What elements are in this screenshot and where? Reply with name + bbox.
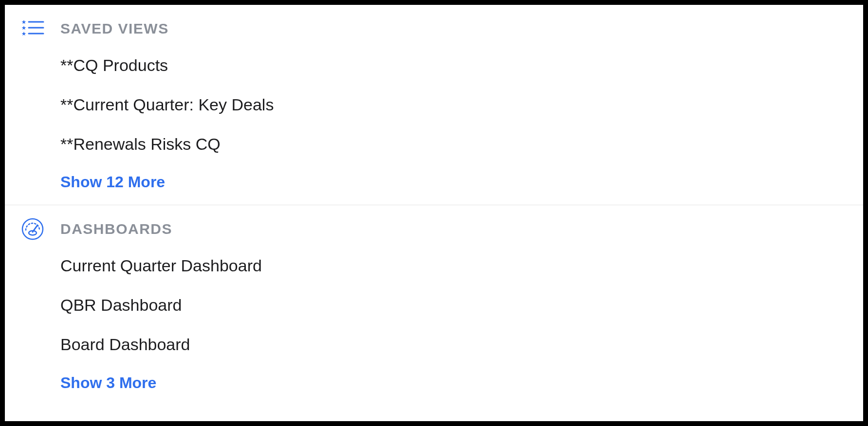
list-item[interactable]: **Renewals Risks CQ bbox=[60, 134, 863, 154]
saved-views-header: SAVED VIEWS bbox=[5, 16, 863, 42]
saved-views-title: SAVED VIEWS bbox=[60, 20, 169, 37]
svg-marker-0 bbox=[22, 20, 26, 24]
list-item[interactable]: **CQ Products bbox=[60, 55, 863, 75]
svg-marker-2 bbox=[22, 32, 26, 36]
list-item[interactable]: QBR Dashboard bbox=[60, 295, 863, 315]
saved-views-show-more-link[interactable]: Show 12 More bbox=[5, 173, 863, 191]
dashboards-show-more-link[interactable]: Show 3 More bbox=[5, 374, 863, 392]
dashboards-section: DASHBOARDS Current Quarter Dashboard QBR… bbox=[5, 205, 863, 405]
list-item[interactable]: Board Dashboard bbox=[60, 335, 863, 355]
svg-marker-1 bbox=[22, 26, 26, 30]
dashboards-header: DASHBOARDS bbox=[5, 216, 863, 242]
dashboards-title: DASHBOARDS bbox=[60, 221, 172, 237]
dashboards-list: Current Quarter Dashboard QBR Dashboard … bbox=[5, 256, 863, 354]
list-item[interactable]: Current Quarter Dashboard bbox=[60, 256, 863, 276]
saved-views-section: SAVED VIEWS **CQ Products **Current Quar… bbox=[5, 5, 863, 205]
gauge-icon bbox=[19, 216, 46, 242]
list-item[interactable]: **Current Quarter: Key Deals bbox=[60, 95, 863, 115]
saved-views-list: **CQ Products **Current Quarter: Key Dea… bbox=[5, 55, 863, 154]
panel: SAVED VIEWS **CQ Products **Current Quar… bbox=[0, 0, 868, 426]
starred-list-icon bbox=[19, 16, 46, 42]
